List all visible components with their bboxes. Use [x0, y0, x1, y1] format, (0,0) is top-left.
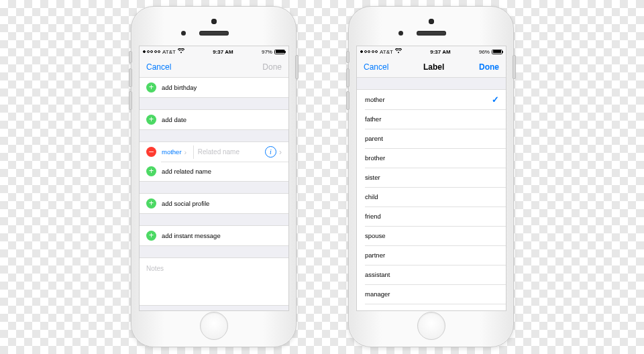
plus-icon — [146, 198, 156, 209]
im-group: add instant message — [140, 225, 288, 246]
label-option-other[interactable]: other — [357, 304, 506, 311]
contact-edit-content[interactable]: add birthday add date mother › Related n… — [140, 78, 288, 311]
battery-pct-label: 96% — [479, 49, 490, 55]
label-option-text: mother — [365, 96, 385, 103]
label-option-text: spouse — [365, 232, 386, 239]
related-name-row[interactable]: mother › Related name › — [140, 142, 288, 162]
label-option-brother[interactable]: brother — [357, 148, 506, 168]
add-birthday-row[interactable]: add birthday — [140, 78, 288, 97]
label-option-friend[interactable]: friend — [357, 206, 506, 226]
label-option-text: sister — [365, 174, 380, 181]
power-button — [295, 55, 299, 79]
notes-field[interactable]: Notes — [140, 257, 288, 306]
plus-icon — [146, 166, 156, 176]
spacer — [357, 78, 506, 89]
checkmark-icon: ✓ — [492, 95, 499, 105]
add-im-label: add instant message — [162, 232, 221, 239]
screen-right: AT&T 9:37 AM 96% Cancel Label Done mothe… — [356, 46, 506, 311]
minus-icon[interactable] — [146, 147, 156, 157]
phone-left: AT&T 9:37 AM 97% Cancel Done add birthda… — [131, 6, 297, 347]
label-option-text: partner — [365, 251, 385, 259]
label-option-assistant[interactable]: assistant — [357, 265, 506, 284]
info-icon[interactable] — [265, 146, 276, 158]
nav-title: Label — [423, 62, 444, 72]
plus-icon — [146, 231, 156, 241]
label-option-partner[interactable]: partner — [357, 245, 506, 265]
signal-dots — [360, 50, 378, 53]
add-related-row[interactable]: add related name — [140, 162, 288, 181]
volume-up-button — [346, 68, 350, 87]
chevron-right-icon: › — [182, 148, 190, 156]
label-option-mother[interactable]: mother✓ — [357, 90, 506, 109]
cancel-button[interactable]: Cancel — [146, 62, 171, 72]
label-picker-content[interactable]: mother✓fatherparentbrothersisterchildfri… — [357, 78, 506, 311]
phone-right: AT&T 9:37 AM 96% Cancel Label Done mothe… — [348, 6, 514, 347]
add-related-label: add related name — [162, 168, 211, 175]
label-option-text: manager — [365, 290, 390, 298]
clock-label: 9:37 AM — [213, 49, 233, 55]
status-bar-left: AT&T — [143, 48, 184, 55]
label-option-spouse[interactable]: spouse — [357, 226, 506, 245]
label-option-text: other — [365, 310, 380, 311]
volume-up-button — [129, 68, 132, 87]
volume-down-button — [129, 91, 132, 110]
date-group: add date — [140, 109, 288, 130]
battery-icon — [274, 50, 285, 54]
add-date-label: add date — [162, 116, 186, 123]
label-option-child[interactable]: child — [357, 187, 506, 206]
front-camera — [211, 19, 217, 24]
done-button[interactable]: Done — [479, 62, 499, 72]
notes-placeholder: Notes — [146, 265, 164, 272]
status-bar-right: 97% — [262, 49, 285, 55]
social-group: add social profile — [140, 193, 288, 214]
done-button[interactable]: Done — [262, 62, 282, 72]
home-button[interactable] — [417, 312, 445, 340]
status-bar: AT&T 9:37 AM 96% — [357, 46, 506, 57]
label-option-text: child — [365, 193, 378, 200]
carrier-label: AT&T — [162, 49, 176, 55]
nav-bar: Cancel Done — [140, 57, 288, 78]
divider — [193, 145, 194, 159]
screen-left: AT&T 9:37 AM 97% Cancel Done add birthda… — [139, 46, 289, 311]
cancel-button[interactable]: Cancel — [364, 62, 388, 72]
stage: { "left": { "statusbar": { "carrier": "A… — [0, 0, 644, 354]
label-option-father[interactable]: father — [357, 109, 506, 129]
power-button — [513, 55, 516, 79]
add-social-label: add social profile — [162, 200, 209, 207]
earpiece-speaker — [199, 31, 229, 36]
sensor-cluster — [349, 16, 513, 43]
wifi-icon — [395, 48, 402, 55]
label-option-parent[interactable]: parent — [357, 129, 506, 148]
related-tag-button[interactable]: mother — [162, 148, 182, 156]
label-option-text: parent — [365, 135, 383, 142]
chevron-right-icon: › — [279, 148, 282, 157]
add-date-row[interactable]: add date — [140, 110, 288, 129]
proximity-sensor — [181, 31, 186, 36]
label-option-text: friend — [365, 213, 381, 220]
add-im-row[interactable]: add instant message — [140, 226, 288, 245]
wifi-icon — [178, 48, 184, 55]
related-name-field[interactable]: Related name — [198, 148, 262, 156]
front-camera — [429, 19, 434, 24]
add-birthday-label: add birthday — [162, 84, 197, 91]
status-bar-right: 96% — [479, 49, 502, 55]
label-option-sister[interactable]: sister — [357, 168, 506, 187]
carrier-label: AT&T — [380, 49, 393, 55]
status-bar-left: AT&T — [360, 48, 402, 55]
proximity-sensor — [398, 31, 403, 36]
clock-label: 9:37 AM — [430, 49, 450, 55]
label-option-manager[interactable]: manager — [357, 284, 506, 304]
plus-icon — [146, 115, 156, 125]
nav-bar: Cancel Label Done — [357, 57, 506, 78]
plus-icon — [146, 82, 156, 93]
volume-down-button — [346, 91, 350, 110]
add-social-row[interactable]: add social profile — [140, 194, 288, 213]
related-group: mother › Related name › add related name — [140, 141, 288, 182]
birthday-group: add birthday — [140, 78, 288, 98]
sensor-cluster — [131, 16, 296, 43]
battery-pct-label: 97% — [262, 49, 272, 55]
label-option-text: father — [365, 115, 381, 123]
home-button[interactable] — [200, 312, 228, 340]
label-list: mother✓fatherparentbrothersisterchildfri… — [357, 89, 506, 311]
signal-dots — [143, 50, 160, 53]
